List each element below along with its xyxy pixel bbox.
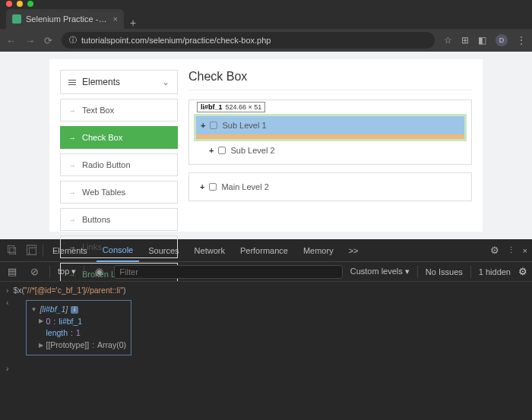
tab-sources[interactable]: Sources [142, 239, 185, 262]
tab-more[interactable]: >> [343, 239, 365, 262]
arrow-icon: → [68, 188, 76, 197]
sidebar: Elements ⌄ →Text Box →Check Box →Radio B… [60, 70, 178, 221]
arrow-icon: → [68, 216, 76, 224]
disclosure-triangle-icon[interactable]: ▼ [31, 305, 37, 314]
expand-icon[interactable]: + [209, 146, 214, 155]
devtools-tabbar: ⿻ ⿸ Elements Console Sources Network Per… [0, 239, 532, 262]
disclosure-triangle-icon[interactable]: ▶ [39, 341, 43, 350]
sidebar-header[interactable]: Elements ⌄ [60, 70, 178, 94]
tree-label: Sub Level 2 [230, 146, 274, 155]
maximize-window[interactable] [27, 1, 33, 7]
profile-avatar[interactable]: D [496, 34, 508, 46]
bookmark-icon[interactable]: ☆ [444, 35, 452, 46]
minimize-window[interactable] [17, 1, 23, 7]
kebab-menu-icon[interactable]: ⋮ [517, 35, 526, 46]
checkbox[interactable] [209, 183, 217, 191]
tree-box-2: + Main Level 2 [188, 172, 472, 201]
browser-tab[interactable]: Selenium Practice - Check B × [6, 9, 124, 29]
favicon [12, 14, 21, 24]
sidebar-item-radio[interactable]: →Radio Button [60, 153, 178, 176]
filter-input[interactable] [114, 265, 342, 279]
sidepanel-icon[interactable]: ◧ [478, 35, 486, 46]
fn-arg: "//*[@id='c_bf_1']//parent::li" [24, 286, 123, 295]
checkbox[interactable] [210, 122, 217, 129]
sidebar-item-buttons[interactable]: →Buttons [60, 208, 178, 231]
close-window[interactable] [6, 1, 12, 7]
page-content: Elements ⌄ →Text Box →Check Box →Radio B… [49, 59, 483, 232]
kebab-menu-icon[interactable]: ⋮ [507, 245, 515, 255]
input-caret-icon: › [6, 285, 9, 297]
result-box[interactable]: ▼[li#bf_1] i ▶0: li#bf_1 length: 1 ▶[[Pr… [26, 300, 131, 355]
sidebar-toggle-icon[interactable]: ▤ [5, 266, 20, 277]
address-bar[interactable]: ⓘ tutorialspoint.com/selenium/practice/c… [62, 32, 435, 49]
traffic-lights [6, 1, 33, 7]
console-prompt[interactable]: › [6, 363, 526, 375]
context-selector[interactable]: top ▾ [58, 267, 76, 276]
console-toolbar: ▤ ⊘ top ▾ ◉ Custom levels ▾ No Issues 1 … [0, 262, 532, 282]
output-caret-icon: ‹ [6, 297, 9, 309]
divider [417, 266, 418, 278]
sidebar-title: Elements [82, 77, 120, 87]
forward-button[interactable]: → [25, 35, 35, 46]
reload-button[interactable]: ⟳ [44, 35, 52, 46]
site-info-icon[interactable]: ⓘ [69, 35, 77, 46]
tab-network[interactable]: Network [188, 239, 231, 262]
inspector-tooltip: li#bf_1 524.66 × 51 [197, 102, 265, 112]
tab-memory[interactable]: Memory [297, 239, 340, 262]
sidebar-item-webtables[interactable]: →Web Tables [60, 181, 178, 204]
log-levels-selector[interactable]: Custom levels ▾ [350, 267, 410, 276]
device-toolbar-icon[interactable]: ⿸ [24, 245, 40, 256]
console-settings-icon[interactable]: ⚙ [518, 266, 527, 277]
new-tab-button[interactable]: + [124, 17, 142, 29]
margin-overlay [196, 134, 464, 139]
sidebar-item-checkbox[interactable]: →Check Box [60, 126, 178, 149]
divider [188, 90, 472, 90]
tooltip-dimensions: 524.66 × 51 [226, 103, 262, 111]
toolbar: ← → ⟳ ⓘ tutorialspoint.com/selenium/prac… [0, 29, 532, 52]
tree-label: Main Level 2 [221, 182, 268, 191]
issues-label[interactable]: No Issues [426, 267, 463, 276]
tooltip-selector: li#bf_1 [201, 103, 223, 111]
tab-title: Selenium Practice - Check B [26, 14, 109, 24]
highlighted-element: + Sub Level 1 [194, 114, 467, 141]
extensions-icon[interactable]: ⊞ [461, 35, 469, 46]
devtools: ⿻ ⿸ Elements Console Sources Network Per… [0, 239, 532, 420]
settings-icon[interactable]: ⚙ [490, 245, 499, 256]
info-icon[interactable]: i [71, 306, 78, 314]
tree-row-mainlevel2[interactable]: + Main Level 2 [194, 178, 467, 196]
tree-row-sublevel2[interactable]: + Sub Level 2 [194, 141, 467, 159]
window-chrome [0, 0, 532, 8]
tab-performance[interactable]: Performance [234, 239, 294, 262]
chevron-down-icon: ⌄ [162, 77, 169, 87]
console-output[interactable]: › $x("//*[@id='c_bf_1']//parent::li") ‹ … [0, 282, 532, 420]
inspect-icon[interactable]: ⿻ [5, 245, 21, 256]
close-tab-icon[interactable]: × [113, 14, 118, 24]
arrow-icon: → [68, 134, 76, 142]
tree-row-sublevel1[interactable]: + Sub Level 1 [196, 116, 464, 134]
page-title: Check Box [188, 70, 472, 84]
fn-name: $x [14, 286, 22, 295]
arrow-icon: → [68, 106, 76, 115]
checkbox[interactable] [218, 147, 226, 154]
sidebar-item-textbox[interactable]: →Text Box [60, 99, 178, 122]
close-devtools-icon[interactable]: × [523, 246, 527, 255]
disclosure-triangle-icon[interactable]: ▶ [39, 317, 43, 326]
expand-icon[interactable]: + [201, 121, 205, 130]
console-input-line: › $x("//*[@id='c_bf_1']//parent::li") [6, 285, 526, 297]
clear-console-icon[interactable]: ⊘ [27, 266, 42, 277]
tab-console[interactable]: Console [97, 239, 139, 262]
arrow-icon: → [68, 161, 76, 169]
back-button[interactable]: ← [6, 35, 16, 46]
url-text: tutorialspoint.com/selenium/practice/che… [81, 36, 271, 45]
tab-elements[interactable]: Elements [46, 239, 93, 262]
divider [84, 266, 84, 278]
divider [49, 266, 50, 278]
expand-icon[interactable]: + [200, 182, 204, 191]
hamburger-icon [68, 80, 76, 85]
prompt-caret-icon: › [6, 363, 9, 375]
eye-icon[interactable]: ◉ [92, 266, 106, 277]
hidden-count: 1 hidden [479, 267, 511, 276]
divider [43, 245, 43, 257]
tree-label: Sub Level 1 [222, 121, 266, 130]
tab-strip: Selenium Practice - Check B × + [0, 8, 532, 29]
